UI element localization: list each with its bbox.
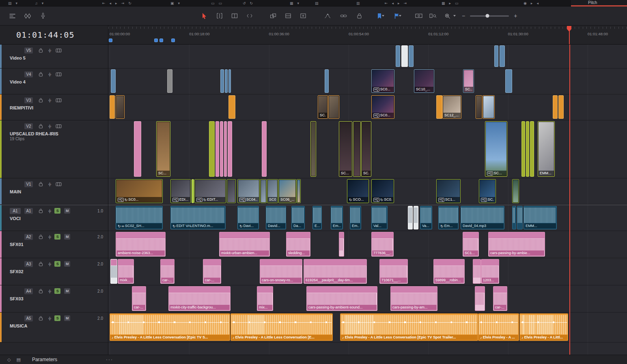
- clip[interactable]: [111, 69, 116, 93]
- topbar-play-icon[interactable]: ▸: [115, 0, 117, 6]
- auto-select-icon[interactable]: ‹|›: [48, 209, 51, 213]
- replace-clip-icon[interactable]: [299, 12, 307, 20]
- clip[interactable]: SC06_...: [278, 179, 296, 203]
- clip[interactable]: ♪Elvis Presley - A ...: [478, 313, 519, 341]
- track-name[interactable]: RIEMPITIVI: [0, 105, 108, 110]
- track-lane-a1[interactable]: ↻∞SC02_SH...↻EDIT VALENTINO.m...↻Davi...…: [108, 205, 627, 231]
- track-badge[interactable]: V3: [24, 97, 33, 103]
- topbar-timeline-kind-icon[interactable]: ▤: [8, 0, 12, 6]
- linked-selection-icon[interactable]: [339, 12, 347, 20]
- clip[interactable]: ♪Elvis Presley - A Little Less Conversat…: [110, 313, 230, 341]
- track-header-v4[interactable]: V4‹|›Video 4: [0, 69, 108, 94]
- topbar-record-icon[interactable]: ◉: [524, 0, 527, 6]
- clip[interactable]: [512, 206, 516, 229]
- clip[interactable]: [228, 121, 232, 177]
- layers-icon[interactable]: ▤: [16, 357, 20, 362]
- clip[interactable]: SC...: [339, 121, 352, 177]
- clip[interactable]: ↻EDIT VALENTINO.m...: [170, 206, 226, 229]
- topbar-loop-icon[interactable]: ↻: [128, 0, 131, 6]
- auto-select-icon[interactable]: ‹|›: [48, 235, 51, 239]
- clip[interactable]: [500, 45, 505, 67]
- clip[interactable]: HQSC0...: [371, 95, 394, 119]
- clip[interactable]: [505, 69, 512, 93]
- clip[interactable]: 710671__...: [379, 259, 408, 284]
- keyframe-icon[interactable]: ◇: [7, 357, 11, 362]
- clip[interactable]: ↻Davi...: [237, 206, 259, 229]
- overwrite-clip-icon[interactable]: [284, 12, 292, 20]
- clip[interactable]: car-...: [493, 286, 507, 311]
- clip[interactable]: ♪Elvis Presley - A Little Less Conversat…: [231, 313, 333, 341]
- clip[interactable]: cars-passing-by-am...: [390, 286, 437, 311]
- track-header-v5[interactable]: V5‹|›Video 5: [0, 45, 108, 69]
- clip[interactable]: [227, 179, 236, 203]
- clip[interactable]: ↻Em...: [438, 206, 459, 229]
- lock-icon[interactable]: [37, 122, 45, 130]
- track-lane-v2[interactable]: SC...SC...SC...HQSC...EMM...: [108, 120, 627, 178]
- clip[interactable]: [558, 95, 564, 119]
- clip[interactable]: SC...: [156, 121, 170, 177]
- clip[interactable]: [553, 95, 558, 119]
- topbar-step-back-icon[interactable]: ◂: [110, 0, 112, 6]
- topbar-viewer-icon[interactable]: ▣: [170, 0, 174, 6]
- auto-select-icon[interactable]: ‹|›: [48, 72, 51, 77]
- pitch-panel-tab[interactable]: Pitch: [571, 0, 627, 6]
- volume-automation[interactable]: [521, 320, 567, 325]
- clip[interactable]: SC...: [318, 95, 328, 119]
- solo-button[interactable]: S: [54, 315, 60, 321]
- clip[interactable]: Em...: [350, 206, 361, 229]
- lock-icon[interactable]: [37, 260, 45, 268]
- clip[interactable]: [328, 95, 339, 119]
- clip[interactable]: SC05_...: [267, 179, 278, 203]
- topbar-go-to-end-icon[interactable]: ⇥: [121, 0, 125, 6]
- clip[interactable]: [167, 69, 172, 93]
- clip[interactable]: [494, 45, 498, 67]
- clip[interactable]: 777836__...: [371, 232, 394, 257]
- filmstrip-icon[interactable]: [54, 122, 62, 130]
- track-name[interactable]: Video 5: [0, 56, 108, 60]
- track-badge[interactable]: A2: [24, 234, 33, 240]
- volume-automation[interactable]: [341, 320, 477, 325]
- topbar-chevron-down-icon[interactable]: ▾: [42, 0, 44, 6]
- clip[interactable]: [396, 45, 400, 67]
- auto-select-icon[interactable]: ‹|›: [48, 316, 51, 321]
- solo-button[interactable]: S: [54, 288, 60, 294]
- filmstrip-icon[interactable]: [54, 70, 62, 78]
- mute-button[interactable]: M: [64, 315, 70, 321]
- track-header-a5[interactable]: 2.0A5‹|›SMMUSICA: [0, 313, 108, 343]
- lock-icon[interactable]: [37, 233, 45, 241]
- mute-button[interactable]: M: [64, 234, 70, 240]
- selection-mode-icon[interactable]: [200, 12, 208, 20]
- clip[interactable]: David_04.mp3: [461, 206, 504, 229]
- topbar-go-to-start-icon[interactable]: ⇤: [385, 0, 388, 6]
- auto-select-icon[interactable]: ‹|›: [48, 262, 51, 266]
- clip[interactable]: [339, 232, 344, 257]
- topbar-chevron-down-icon[interactable]: ▾: [16, 0, 18, 6]
- track-lane-a5[interactable]: ♪Elvis Presley - A Little Less Conversat…: [108, 313, 627, 343]
- track-badge[interactable]: A1: [24, 208, 33, 214]
- clip[interactable]: [414, 206, 418, 229]
- track-badge[interactable]: V1: [24, 181, 33, 187]
- clip[interactable]: [473, 259, 481, 284]
- clip[interactable]: SC1...: [463, 232, 479, 257]
- clip[interactable]: [262, 121, 267, 177]
- position-lock-icon[interactable]: [355, 12, 363, 20]
- clip[interactable]: [224, 121, 227, 177]
- track-header-a3[interactable]: 2.0A3‹|›SMSFX02: [0, 258, 108, 285]
- solo-button[interactable]: S: [54, 234, 60, 240]
- zoom-in-button[interactable]: +: [514, 13, 517, 19]
- clip[interactable]: sledding...: [286, 232, 310, 257]
- clip[interactable]: car-...: [132, 286, 146, 311]
- track-name[interactable]: MAIN: [0, 189, 108, 194]
- clip[interactable]: [297, 179, 301, 203]
- clip[interactable]: [310, 121, 316, 177]
- volume-automation[interactable]: [232, 320, 332, 325]
- clip[interactable]: cars-on-snowy-ro...: [260, 259, 302, 284]
- track-header-a2[interactable]: 2.0A2‹|›SMSFX01: [0, 231, 108, 258]
- clip[interactable]: [215, 121, 219, 177]
- playhead-head[interactable]: [567, 26, 571, 32]
- solo-button[interactable]: S: [54, 208, 60, 214]
- clip[interactable]: HQSC...: [479, 179, 496, 203]
- volume-automation[interactable]: [111, 320, 229, 325]
- track-name[interactable]: VOCI: [0, 216, 108, 221]
- clip[interactable]: HQSC04...: [237, 179, 260, 203]
